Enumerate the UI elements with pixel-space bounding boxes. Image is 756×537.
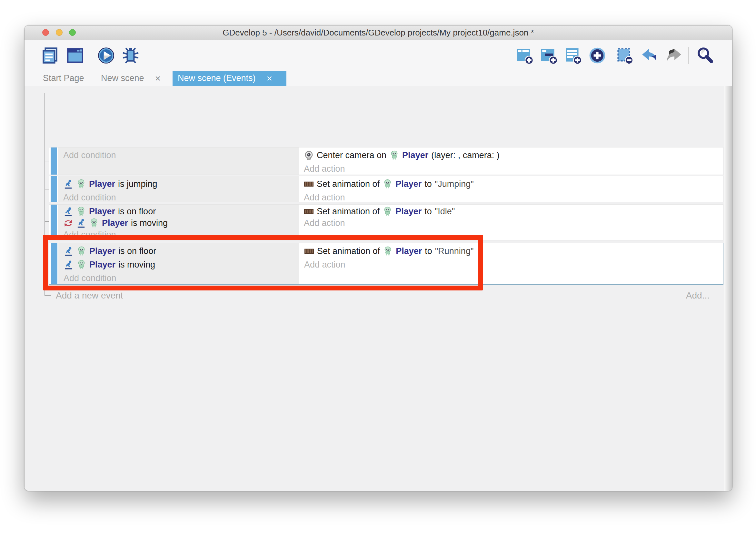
tab-start-page[interactable]: Start Page <box>24 71 94 86</box>
conditions-column[interactable]: Player is on floor Player is moving Add … <box>58 243 299 284</box>
event-handle[interactable] <box>51 147 57 175</box>
tab-new-scene[interactable]: New scene × <box>94 71 172 86</box>
event-row[interactable]: Add condition Center camera on Player (l… <box>49 147 723 175</box>
inverted-condition-icon <box>63 218 73 228</box>
actions-column[interactable]: Center camera on Player (layer: , camera… <box>299 147 723 175</box>
project-manager-button[interactable] <box>41 46 59 65</box>
action-text: to <box>425 179 432 189</box>
window-title: GDevelop 5 - /Users/david/Documents/GDev… <box>24 25 732 40</box>
conditions-column[interactable]: Player is jumping Add condition <box>58 176 299 202</box>
action-value: "Idle" <box>435 207 455 217</box>
player-object-icon <box>89 218 99 228</box>
animation-icon <box>304 246 314 256</box>
action-line[interactable]: Set animation of Player to "Idle" <box>304 206 723 217</box>
add-comment-icon <box>564 46 583 65</box>
add-more-icon <box>588 46 607 65</box>
toolbar-separator <box>611 47 611 64</box>
player-object-icon <box>383 246 393 256</box>
event-handle[interactable] <box>51 176 57 202</box>
condition-line[interactable]: Player is jumping <box>63 177 299 191</box>
animation-icon <box>304 207 314 217</box>
conditions-column[interactable]: Player is on floor Player is moving Add … <box>58 205 299 240</box>
tab-new-scene-events[interactable]: New scene (Events) × <box>172 71 286 86</box>
actions-column[interactable]: Set animation of Player to "Idle" Add ac… <box>299 205 723 240</box>
event-row[interactable]: Player is on floor Player is moving Add … <box>49 204 723 240</box>
add-event-button[interactable] <box>515 46 534 65</box>
actions-column[interactable]: Set animation of Player to "Jumping" Add… <box>299 176 723 202</box>
action-text: to <box>425 207 432 217</box>
add-action-button[interactable]: Add action <box>304 258 723 271</box>
add-action-button[interactable]: Add action <box>304 162 723 176</box>
action-line[interactable]: Center camera on Player (layer: , camera… <box>304 148 723 162</box>
platformer-behavior-icon <box>63 246 74 256</box>
search-button[interactable] <box>695 46 714 65</box>
condition-text: is jumping <box>118 179 157 189</box>
conditions-column[interactable]: Add condition <box>58 147 299 175</box>
animation-icon <box>304 179 314 189</box>
app-window: GDevelop 5 - /Users/david/Documents/GDev… <box>24 25 733 491</box>
add-comment-button[interactable] <box>564 46 583 65</box>
add-action-button[interactable]: Add action <box>304 217 723 229</box>
add-more-button[interactable] <box>588 46 607 65</box>
action-text: Center camera on <box>317 150 386 160</box>
platformer-behavior-icon <box>76 218 86 228</box>
event-tree-line <box>45 93 45 235</box>
action-text: Set animation of <box>317 179 380 189</box>
play-button[interactable] <box>97 46 115 65</box>
close-tab-icon[interactable]: × <box>267 74 273 83</box>
platformer-behavior-icon <box>63 207 73 217</box>
condition-line[interactable]: Player is on floor <box>63 244 299 258</box>
action-text: Set animation of <box>317 207 380 217</box>
toolbar-separator <box>688 47 689 64</box>
condition-line[interactable]: Player is moving <box>63 217 299 229</box>
toolbar: Start Page New scene × New scene (Events… <box>24 40 732 86</box>
condition-line[interactable]: Player is moving <box>63 258 299 271</box>
event-handle[interactable] <box>51 243 57 284</box>
object-name: Player <box>396 246 422 256</box>
tab-bar: Start Page New scene × New scene (Events… <box>24 71 732 86</box>
event-handle[interactable] <box>51 205 57 240</box>
add-new-event-button[interactable]: Add a new event <box>56 289 123 302</box>
condition-text: is moving <box>131 218 168 228</box>
object-name: Player <box>89 207 115 217</box>
add-condition-button[interactable]: Add condition <box>63 271 299 285</box>
event-row[interactable]: Player is jumping Add condition Set anim… <box>49 176 723 202</box>
add-subevent-icon <box>540 46 558 65</box>
add-condition-button[interactable]: Add condition <box>63 229 299 240</box>
title-bar[interactable]: GDevelop 5 - /Users/david/Documents/GDev… <box>24 25 732 40</box>
search-icon <box>695 46 714 65</box>
action-text: to <box>425 246 432 256</box>
condition-text: is on floor <box>118 246 156 256</box>
play-icon <box>97 46 115 65</box>
player-object-icon <box>383 179 393 189</box>
close-tab-icon[interactable]: × <box>155 74 161 83</box>
add-condition-button[interactable]: Add condition <box>63 191 299 204</box>
delete-event-button[interactable] <box>616 46 635 65</box>
platformer-behavior-icon <box>63 260 74 270</box>
action-line[interactable]: Set animation of Player to "Running" <box>304 244 723 258</box>
scene-editor-button[interactable] <box>66 46 85 65</box>
add-action-button[interactable]: Add action <box>304 191 723 204</box>
player-object-icon <box>76 246 87 256</box>
scrollbar-track[interactable] <box>724 86 732 491</box>
undo-button[interactable] <box>640 46 659 65</box>
action-text: Set animation of <box>317 246 380 256</box>
event-row-selected[interactable]: Player is on floor Player is moving Add … <box>49 243 723 285</box>
action-text: (layer: , camera: ) <box>431 150 500 160</box>
debug-button[interactable] <box>121 46 140 65</box>
action-value: "Jumping" <box>435 179 474 189</box>
condition-text: is moving <box>118 260 155 270</box>
add-condition-button[interactable]: Add condition <box>63 148 299 162</box>
add-more-link[interactable]: Add... <box>686 289 709 302</box>
action-line[interactable]: Set animation of Player to "Jumping" <box>304 177 723 191</box>
scene-editor-icon <box>66 46 85 65</box>
project-manager-icon <box>41 46 59 65</box>
actions-column[interactable]: Set animation of Player to "Running" Add… <box>300 243 723 284</box>
events-sheet: Add condition Center camera on Player (l… <box>24 86 732 491</box>
add-subevent-button[interactable] <box>540 46 558 65</box>
object-name: Player <box>402 150 428 160</box>
condition-line[interactable]: Player is on floor <box>63 206 299 217</box>
delete-event-icon <box>616 46 635 65</box>
object-name: Player <box>89 246 115 256</box>
redo-button[interactable] <box>664 46 683 65</box>
